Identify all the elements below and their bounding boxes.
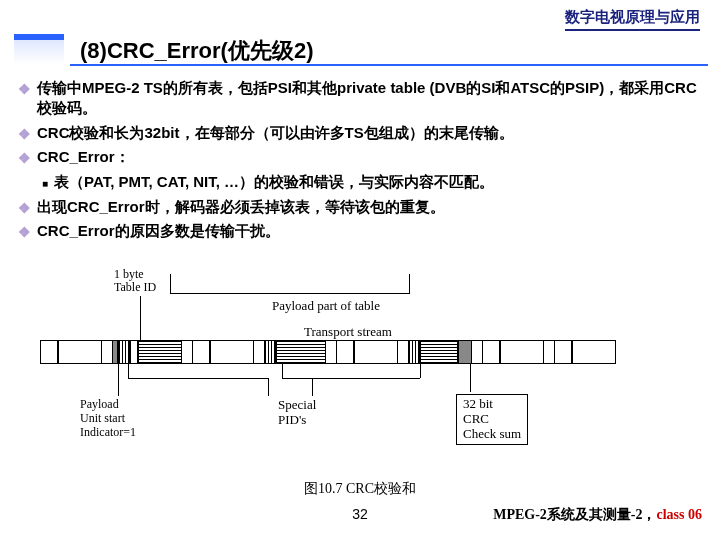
bullet-item: ❖ 出现CRC_Error时，解码器必须丢掉该表，等待该包的重复。 [18,197,708,218]
slide-title: (8)CRC_Error(优先级2) [80,36,313,66]
bullet-text: CRC校验和长为32bit，在每部分（可以由许多TS包组成）的末尾传输。 [37,123,514,143]
packet-payload [276,340,326,364]
packet-gap [326,340,336,364]
diamond-icon: ❖ [18,80,31,99]
bullet-text: 传输中MPEG-2 TS的所有表，包括PSI和其他private table (… [37,78,708,119]
subbullet-text: 表（PAT, PMT, CAT, NIT, …）的校验和错误，与实际内容不匹配。 [54,172,494,192]
diamond-icon: ❖ [18,149,31,168]
footer-red: class 06 [657,507,703,522]
packet-cell [554,340,572,364]
packet-header [408,340,420,364]
label-pusi: Payload Unit start Indicator=1 [80,398,136,439]
arrow-line [128,364,129,378]
bullet-item: ❖ 传输中MPEG-2 TS的所有表，包括PSI和其他private table… [18,78,708,119]
bullet-text: 出现CRC_Error时，解码器必须丢掉该表，等待该包的重复。 [37,197,445,217]
packet-cell [40,340,58,364]
packet-payload [420,340,458,364]
bullet-text: CRC_Error的原因多数是传输干扰。 [37,221,280,241]
packet-header [264,340,276,364]
footer-text: MPEG-2系统及其测量-2，class 06 [493,506,702,524]
arrow-line [282,364,283,378]
arrow-line [268,378,269,396]
diamond-icon: ❖ [18,223,31,242]
subbullet-item: ■ 表（PAT, PMT, CAT, NIT, …）的校验和错误，与实际内容不匹… [42,172,708,192]
packet-payload [138,340,182,364]
packet-cell [336,340,354,364]
packet-cell [482,340,500,364]
packet-cell [354,340,398,364]
bullet-item: ❖ CRC_Error的原因多数是传输干扰。 [18,221,708,242]
packet-gap [472,340,482,364]
label-payload: Payload part of table [272,298,380,314]
packet-cell [58,340,102,364]
label-transport-stream: Transport stream [304,324,392,340]
footer-black: MPEG-2系统及其测量-2， [493,507,656,522]
arrow-line [420,364,421,378]
course-header: 数字电视原理与应用 [565,8,700,31]
packet-gap [102,340,112,364]
arrow-line [282,378,312,379]
arrow-line [470,364,471,392]
packet-cell [192,340,210,364]
bracket-top [170,274,410,294]
bullet-item: ❖ CRC_Error： [18,147,708,168]
figure-caption: 图10.7 CRC校验和 [0,480,720,498]
packet-gap [398,340,408,364]
arrow-line [128,378,268,379]
stream-row [40,340,680,364]
arrow-line [312,378,420,379]
packet-gap [544,340,554,364]
bullet-text: CRC_Error： [37,147,130,167]
label-tableid: 1 byte Table ID [114,268,156,294]
content-area: ❖ 传输中MPEG-2 TS的所有表，包括PSI和其他private table… [18,78,708,246]
packet-gap [254,340,264,364]
title-bar: (8)CRC_Error(优先级2) [0,34,720,66]
packet-cell [210,340,254,364]
diamond-icon: ❖ [18,125,31,144]
title-accent-fade [14,40,64,64]
label-special-pid: Special PID's [278,398,316,428]
bullet-item: ❖ CRC校验和长为32bit，在每部分（可以由许多TS包组成）的末尾传输。 [18,123,708,144]
square-icon: ■ [42,177,48,191]
packet-gap [182,340,192,364]
diagram: 1 byte Table ID Payload part of table Tr… [40,268,680,448]
title-underline [70,64,708,66]
label-crc: 32 bit CRC Check sum [456,394,528,445]
arrow-line [312,378,313,396]
diamond-icon: ❖ [18,199,31,218]
packet-crc [458,340,472,364]
packet-header [118,340,130,364]
packet-cell [572,340,616,364]
arrow-line [140,296,141,340]
packet-cell [500,340,544,364]
arrow-line [118,364,119,396]
packet-tableid [130,340,138,364]
